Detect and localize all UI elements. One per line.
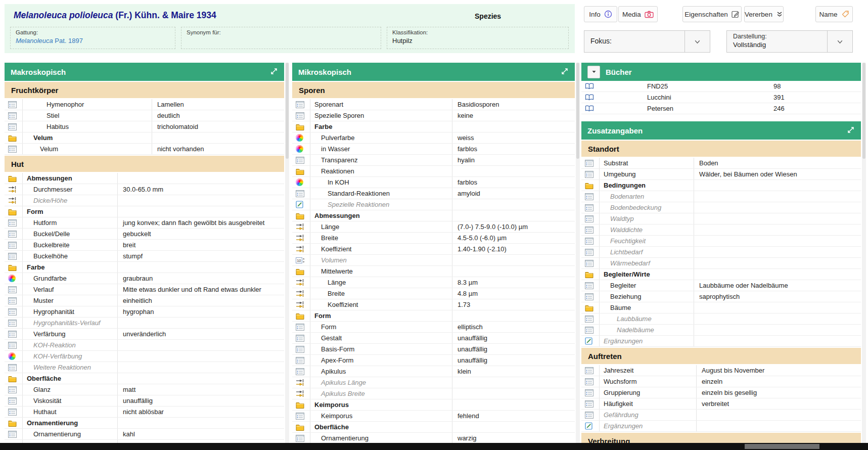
table-row[interactable]: Ornamentierungkahl xyxy=(5,429,284,440)
horizontal-scrollbar[interactable] xyxy=(0,443,868,450)
table-row[interactable]: Häufigkeitverbreitet xyxy=(581,398,861,410)
table-row[interactable]: Bedingungen xyxy=(581,180,861,191)
table-row[interactable]: Breite4.5-5.0 (-6.0) µm xyxy=(292,233,575,244)
table-row[interactable]: Dicke/Höhe xyxy=(5,195,284,206)
scrollbar-mikroskopisch[interactable] xyxy=(576,63,580,443)
name-button[interactable]: Name xyxy=(815,6,853,22)
table-row[interactable]: Breite4.8 µm xyxy=(292,288,575,299)
table-row[interactable]: Apex-Formunauffällig xyxy=(292,355,575,366)
table-row[interactable]: Ornamentierungwarzig xyxy=(292,433,575,443)
table-row[interactable]: Ornamentierung xyxy=(5,418,284,429)
table-row[interactable]: Gruppierungeinzeln bis gesellig xyxy=(581,387,861,398)
table-row[interactable]: Durchmesser30.0-65.0 mm xyxy=(5,184,284,195)
table-row[interactable]: Buckel/Dellegebuckelt xyxy=(5,229,284,240)
table-row[interactable]: Stieldeutlich xyxy=(5,110,284,121)
table-row[interactable]: Mittelwerte xyxy=(292,266,575,277)
section-header[interactable]: Standort xyxy=(581,140,861,158)
table-row[interactable]: UmgebungWälder, bei Bäumen oder Wiesen xyxy=(581,169,861,180)
table-row[interactable]: Feuchtigkeit xyxy=(581,236,861,247)
eigenschaften-button[interactable]: Eigenschaften xyxy=(682,6,742,22)
table-row[interactable]: Weitere Reaktionen xyxy=(5,362,284,373)
expand-icon[interactable] xyxy=(847,126,855,134)
table-row[interactable]: Beziehungsaprophytisch xyxy=(581,291,861,302)
table-row[interactable]: Spezielle Sporenkeine xyxy=(292,110,575,121)
table-row[interactable]: Wärmebedarf xyxy=(581,258,861,269)
table-row[interactable]: Bodenarten xyxy=(581,191,861,202)
expand-icon[interactable] xyxy=(561,67,569,75)
table-row[interactable]: Länge8.3 µm xyxy=(292,277,575,288)
table-row[interactable]: Nadelbäume xyxy=(581,325,861,336)
table-row[interactable]: Spezielle Reaktionen xyxy=(292,199,575,210)
table-row[interactable]: Koeffizient1.40-1.90 (-2.10) xyxy=(292,244,575,255)
table-row[interactable]: Apikulus Länge xyxy=(292,377,575,388)
table-row[interactable]: BegleiterLaubbäume oder Nadelbäume xyxy=(581,280,861,291)
vererben-button[interactable]: Vererben xyxy=(744,6,784,22)
table-row[interactable]: In KOHfarblos xyxy=(292,177,575,188)
gattung-link[interactable]: Melanoleuca Pat. 1897 xyxy=(16,37,175,44)
table-row[interactable]: Oberfläche xyxy=(5,373,284,384)
table-row[interactable]: Waldtyp xyxy=(581,213,861,224)
table-row[interactable]: in Wasserfarblos xyxy=(292,144,575,155)
info-button[interactable]: Info xyxy=(584,6,617,22)
table-row[interactable]: HymenophorLamellen xyxy=(5,99,284,110)
scrollbar-thumb[interactable] xyxy=(286,63,289,159)
table-row[interactable]: Form xyxy=(292,310,575,322)
book-row[interactable]: FND2598 xyxy=(581,81,861,92)
table-row[interactable]: Viskositätunauffällig xyxy=(5,395,284,407)
table-row[interactable]: Hygrophanitäts-Verlauf xyxy=(5,318,284,329)
table-row[interactable]: Apikulus Breite xyxy=(292,388,575,399)
table-row[interactable]: Standard-Reaktionenamyloid xyxy=(292,188,575,199)
table-row[interactable]: Lichtbedarf xyxy=(581,247,861,258)
table-row[interactable]: Transparenzhyalin xyxy=(292,155,575,166)
horizontal-scrollbar-thumb[interactable] xyxy=(745,444,819,449)
table-row[interactable]: KOH-Reaktion xyxy=(5,340,284,351)
panel-header-buecher[interactable]: Bücher xyxy=(581,63,861,81)
section-header[interactable]: Sporen xyxy=(292,81,575,99)
table-row[interactable]: Hutformjung konvex; dann flach gewölbt b… xyxy=(5,217,284,229)
expand-icon[interactable] xyxy=(270,67,278,75)
table-row[interactable]: Gefährdung xyxy=(581,410,861,421)
table-row[interactable]: Farbe xyxy=(292,121,575,132)
table-row[interactable]: Oberfläche xyxy=(292,422,575,433)
scrollbar-thumb[interactable] xyxy=(576,63,579,159)
table-row[interactable]: Reaktionen xyxy=(292,166,575,177)
section-header[interactable]: Hut xyxy=(5,155,284,173)
table-row[interactable]: Farbe xyxy=(5,262,284,273)
table-row[interactable]: Abmessungen xyxy=(5,173,284,184)
scrollbar-thumb[interactable] xyxy=(862,63,865,159)
section-header[interactable]: Auftreten xyxy=(581,347,861,365)
table-row[interactable]: Wuchsformeinzeln xyxy=(581,376,861,387)
panel-header-mikroskopisch[interactable]: Mikroskopisch xyxy=(292,63,575,81)
table-row[interactable]: Pulverfarbeweiss xyxy=(292,132,575,144)
table-row[interactable]: Ergänzungen xyxy=(581,336,861,347)
book-row[interactable]: Lucchini391 xyxy=(581,92,861,103)
table-row[interactable]: SubstratBoden xyxy=(581,158,861,169)
table-row[interactable]: Gestaltunauffällig xyxy=(292,333,575,344)
table-row[interactable]: Koeffizient1.73 xyxy=(292,299,575,310)
media-button[interactable]: Media xyxy=(618,6,658,22)
table-row[interactable]: Velumnicht vorhanden xyxy=(5,144,284,155)
table-row[interactable]: 10Volumen xyxy=(292,255,575,266)
table-row[interactable]: Grundfarbegraubraun xyxy=(5,273,284,284)
table-row[interactable]: Apikulusklein xyxy=(292,366,575,377)
scrollbar-zusatzangaben[interactable] xyxy=(862,63,866,443)
scrollbar-makroskopisch[interactable] xyxy=(285,63,289,443)
table-row[interactable]: Walddichte xyxy=(581,224,861,236)
table-row[interactable]: Verfärbungunveränderlich xyxy=(5,329,284,340)
table-row[interactable]: Hygrophanitäthygrophan xyxy=(5,306,284,318)
table-row[interactable]: KOH-Verfärbung xyxy=(5,351,284,362)
table-row[interactable]: Bodenbedeckung xyxy=(581,202,861,213)
table-row[interactable]: SporenartBasidiosporen xyxy=(292,99,575,110)
darstellung-dropdown[interactable]: Darstellung: Vollständig xyxy=(726,30,853,53)
table-row[interactable]: Länge(7.0-) 7.5-9.0 (-10.0) µm xyxy=(292,221,575,233)
table-row[interactable]: Huthautnicht ablösbar xyxy=(5,407,284,418)
table-row[interactable]: Keimporus xyxy=(292,399,575,411)
fokus-dropdown[interactable]: Fokus: xyxy=(584,30,710,53)
book-row[interactable]: Petersen246 xyxy=(581,103,861,114)
table-row[interactable]: Mustereinheitlich xyxy=(5,295,284,306)
table-row[interactable]: Buckelbreitebreit xyxy=(5,240,284,251)
panel-header-zusatzangaben[interactable]: Zusatzangaben xyxy=(581,121,861,140)
table-row[interactable]: Glanzmatt xyxy=(5,384,284,395)
table-row[interactable]: Keimporusfehlend xyxy=(292,411,575,422)
table-row[interactable]: Abmessungen xyxy=(292,210,575,221)
